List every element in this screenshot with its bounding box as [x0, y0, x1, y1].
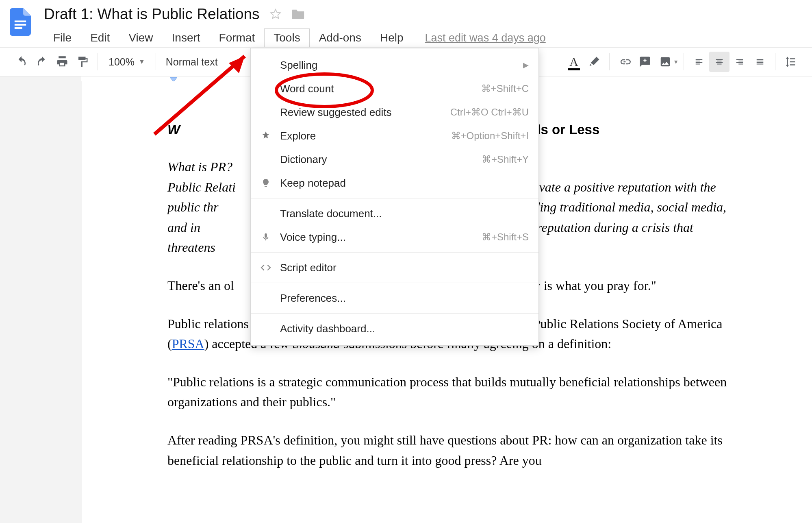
- menubar: File Edit View Insert Format Tools Add-o…: [44, 28, 812, 47]
- microphone-icon: [259, 230, 273, 244]
- paint-format-button[interactable]: [72, 52, 93, 72]
- menu-item-voice-typing[interactable]: Voice typing... ⌘+Shift+S: [251, 225, 538, 249]
- menu-format[interactable]: Format: [210, 28, 265, 47]
- submenu-arrow-icon: ▶: [523, 61, 529, 70]
- svg-rect-1: [15, 24, 26, 26]
- menu-item-spelling[interactable]: Spelling ▶: [251, 53, 538, 77]
- add-comment-button[interactable]: [635, 52, 655, 72]
- menu-item-activity-dashboard[interactable]: Activity dashboard...: [251, 317, 538, 340]
- svg-rect-0: [15, 20, 26, 22]
- line-spacing-button[interactable]: [780, 52, 801, 72]
- align-justify-button[interactable]: [750, 52, 770, 72]
- last-edit-link[interactable]: Last edit was 4 days ago: [425, 32, 546, 44]
- lightbulb-icon: [259, 176, 273, 190]
- zoom-select[interactable]: 100%▼: [103, 56, 151, 68]
- menu-insert[interactable]: Insert: [163, 28, 210, 47]
- menu-tools[interactable]: Tools: [264, 28, 309, 47]
- menu-help[interactable]: Help: [371, 28, 413, 47]
- menu-edit[interactable]: Edit: [81, 28, 119, 47]
- highlight-color-button[interactable]: [584, 52, 604, 72]
- print-button[interactable]: [52, 52, 72, 72]
- redo-button[interactable]: [32, 52, 52, 72]
- docs-logo-icon[interactable]: [8, 6, 33, 38]
- shortcut-label: ⌘+Option+Shift+I: [451, 130, 529, 142]
- menu-item-review-edits[interactable]: Review suggested edits Ctrl+⌘O Ctrl+⌘U: [251, 100, 538, 124]
- menu-item-translate[interactable]: Translate document...: [251, 202, 538, 225]
- shortcut-label: Ctrl+⌘O Ctrl+⌘U: [450, 107, 529, 118]
- menu-item-script-editor[interactable]: Script editor: [251, 256, 538, 279]
- undo-button[interactable]: [11, 52, 32, 72]
- menu-item-preferences[interactable]: Preferences...: [251, 286, 538, 310]
- shortcut-label: ⌘+Shift+C: [481, 83, 529, 94]
- menu-item-explore[interactable]: Explore ⌘+Option+Shift+I: [251, 124, 538, 148]
- insert-image-button[interactable]: [655, 52, 675, 72]
- menu-view[interactable]: View: [119, 28, 162, 47]
- menu-item-word-count[interactable]: Word count ⌘+Shift+C: [251, 77, 538, 100]
- document-paragraph: "Public relations is a strategic communi…: [167, 372, 728, 412]
- tools-dropdown-menu: Spelling ▶ Word count ⌘+Shift+C Review s…: [250, 48, 539, 346]
- chevron-down-icon: ▼: [673, 59, 679, 65]
- menu-file[interactable]: File: [44, 28, 81, 47]
- styles-select[interactable]: Normal text: [161, 56, 223, 68]
- insert-link-button[interactable]: [614, 52, 635, 72]
- explore-icon: [259, 129, 273, 143]
- align-left-button[interactable]: [689, 52, 709, 72]
- shortcut-label: ⌘+Shift+S: [482, 231, 529, 243]
- menu-item-dictionary[interactable]: Dictionary ⌘+Shift+Y: [251, 148, 538, 171]
- app-header: Draft 1: What is Public Relations File E…: [0, 0, 812, 47]
- prsa-link[interactable]: PRSA: [172, 336, 204, 351]
- menu-addons[interactable]: Add-ons: [310, 28, 371, 47]
- document-paragraph: After reading PRSA's definition, you mig…: [167, 430, 728, 471]
- align-right-button[interactable]: [729, 52, 750, 72]
- code-icon: [259, 261, 273, 275]
- menu-item-keep-notepad[interactable]: Keep notepad: [251, 171, 538, 195]
- svg-rect-2: [15, 27, 22, 29]
- star-icon[interactable]: [269, 8, 282, 20]
- text-color-button[interactable]: A: [564, 52, 584, 72]
- align-center-button[interactable]: [709, 52, 729, 72]
- document-title[interactable]: Draft 1: What is Public Relations: [44, 6, 260, 23]
- move-folder-icon[interactable]: [291, 8, 305, 20]
- shortcut-label: ⌘+Shift+Y: [482, 154, 529, 165]
